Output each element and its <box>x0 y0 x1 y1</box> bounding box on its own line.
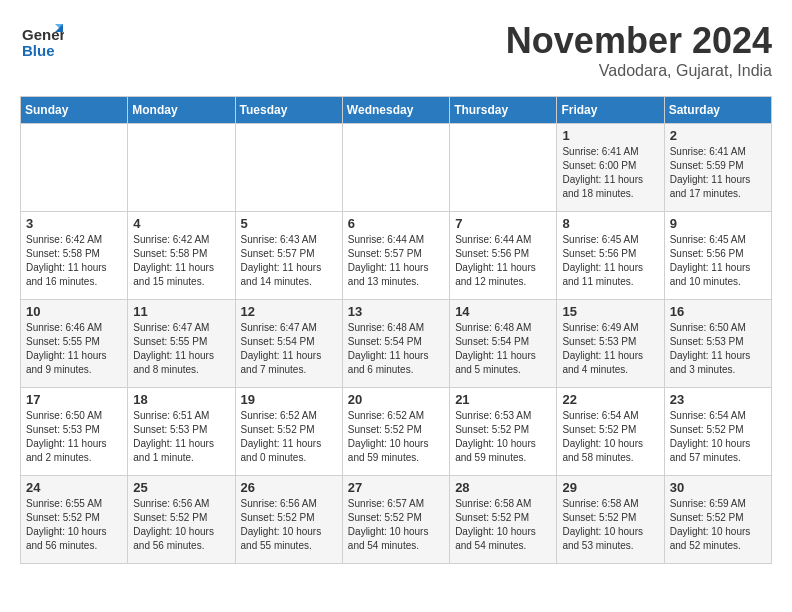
logo: General Blue <box>20 20 64 64</box>
weekday-header-monday: Monday <box>128 97 235 124</box>
day-number: 27 <box>348 480 444 495</box>
calendar-cell: 10Sunrise: 6:46 AM Sunset: 5:55 PM Dayli… <box>21 300 128 388</box>
day-info: Sunrise: 6:52 AM Sunset: 5:52 PM Dayligh… <box>241 409 337 465</box>
weekday-header-friday: Friday <box>557 97 664 124</box>
day-info: Sunrise: 6:41 AM Sunset: 5:59 PM Dayligh… <box>670 145 766 201</box>
calendar-cell <box>450 124 557 212</box>
day-number: 24 <box>26 480 122 495</box>
calendar-header-row: SundayMondayTuesdayWednesdayThursdayFrid… <box>21 97 772 124</box>
day-number: 21 <box>455 392 551 407</box>
calendar-cell: 24Sunrise: 6:55 AM Sunset: 5:52 PM Dayli… <box>21 476 128 564</box>
title-block: November 2024 Vadodara, Gujarat, India <box>506 20 772 80</box>
day-info: Sunrise: 6:48 AM Sunset: 5:54 PM Dayligh… <box>455 321 551 377</box>
day-info: Sunrise: 6:42 AM Sunset: 5:58 PM Dayligh… <box>133 233 229 289</box>
day-number: 17 <box>26 392 122 407</box>
day-info: Sunrise: 6:56 AM Sunset: 5:52 PM Dayligh… <box>133 497 229 553</box>
logo-general-text: General <box>22 26 64 43</box>
day-number: 28 <box>455 480 551 495</box>
calendar-cell: 23Sunrise: 6:54 AM Sunset: 5:52 PM Dayli… <box>664 388 771 476</box>
day-number: 3 <box>26 216 122 231</box>
calendar-cell: 20Sunrise: 6:52 AM Sunset: 5:52 PM Dayli… <box>342 388 449 476</box>
calendar-cell: 26Sunrise: 6:56 AM Sunset: 5:52 PM Dayli… <box>235 476 342 564</box>
day-number: 18 <box>133 392 229 407</box>
day-info: Sunrise: 6:42 AM Sunset: 5:58 PM Dayligh… <box>26 233 122 289</box>
day-number: 15 <box>562 304 658 319</box>
calendar-cell: 21Sunrise: 6:53 AM Sunset: 5:52 PM Dayli… <box>450 388 557 476</box>
day-info: Sunrise: 6:45 AM Sunset: 5:56 PM Dayligh… <box>670 233 766 289</box>
day-info: Sunrise: 6:50 AM Sunset: 5:53 PM Dayligh… <box>26 409 122 465</box>
calendar-cell <box>21 124 128 212</box>
day-info: Sunrise: 6:41 AM Sunset: 6:00 PM Dayligh… <box>562 145 658 201</box>
calendar-cell: 27Sunrise: 6:57 AM Sunset: 5:52 PM Dayli… <box>342 476 449 564</box>
day-number: 30 <box>670 480 766 495</box>
weekday-header-sunday: Sunday <box>21 97 128 124</box>
day-info: Sunrise: 6:45 AM Sunset: 5:56 PM Dayligh… <box>562 233 658 289</box>
calendar-cell <box>235 124 342 212</box>
weekday-header-saturday: Saturday <box>664 97 771 124</box>
logo-svg: General Blue <box>20 20 64 64</box>
day-info: Sunrise: 6:58 AM Sunset: 5:52 PM Dayligh… <box>455 497 551 553</box>
day-number: 16 <box>670 304 766 319</box>
calendar-cell: 13Sunrise: 6:48 AM Sunset: 5:54 PM Dayli… <box>342 300 449 388</box>
day-info: Sunrise: 6:44 AM Sunset: 5:56 PM Dayligh… <box>455 233 551 289</box>
day-info: Sunrise: 6:50 AM Sunset: 5:53 PM Dayligh… <box>670 321 766 377</box>
weekday-header-wednesday: Wednesday <box>342 97 449 124</box>
day-number: 6 <box>348 216 444 231</box>
calendar-cell: 29Sunrise: 6:58 AM Sunset: 5:52 PM Dayli… <box>557 476 664 564</box>
logo-blue-text: Blue <box>22 42 55 59</box>
calendar-cell: 5Sunrise: 6:43 AM Sunset: 5:57 PM Daylig… <box>235 212 342 300</box>
day-info: Sunrise: 6:53 AM Sunset: 5:52 PM Dayligh… <box>455 409 551 465</box>
day-number: 4 <box>133 216 229 231</box>
calendar-week-row: 1Sunrise: 6:41 AM Sunset: 6:00 PM Daylig… <box>21 124 772 212</box>
day-number: 5 <box>241 216 337 231</box>
day-number: 1 <box>562 128 658 143</box>
day-info: Sunrise: 6:52 AM Sunset: 5:52 PM Dayligh… <box>348 409 444 465</box>
month-title: November 2024 <box>506 20 772 62</box>
calendar-cell: 22Sunrise: 6:54 AM Sunset: 5:52 PM Dayli… <box>557 388 664 476</box>
calendar-cell: 25Sunrise: 6:56 AM Sunset: 5:52 PM Dayli… <box>128 476 235 564</box>
day-number: 26 <box>241 480 337 495</box>
day-number: 23 <box>670 392 766 407</box>
day-info: Sunrise: 6:46 AM Sunset: 5:55 PM Dayligh… <box>26 321 122 377</box>
day-number: 29 <box>562 480 658 495</box>
calendar-cell: 30Sunrise: 6:59 AM Sunset: 5:52 PM Dayli… <box>664 476 771 564</box>
calendar-cell: 15Sunrise: 6:49 AM Sunset: 5:53 PM Dayli… <box>557 300 664 388</box>
calendar-cell: 11Sunrise: 6:47 AM Sunset: 5:55 PM Dayli… <box>128 300 235 388</box>
day-number: 22 <box>562 392 658 407</box>
calendar-week-row: 3Sunrise: 6:42 AM Sunset: 5:58 PM Daylig… <box>21 212 772 300</box>
calendar-cell: 16Sunrise: 6:50 AM Sunset: 5:53 PM Dayli… <box>664 300 771 388</box>
day-info: Sunrise: 6:48 AM Sunset: 5:54 PM Dayligh… <box>348 321 444 377</box>
calendar-cell: 8Sunrise: 6:45 AM Sunset: 5:56 PM Daylig… <box>557 212 664 300</box>
calendar-cell: 4Sunrise: 6:42 AM Sunset: 5:58 PM Daylig… <box>128 212 235 300</box>
calendar-cell: 17Sunrise: 6:50 AM Sunset: 5:53 PM Dayli… <box>21 388 128 476</box>
calendar-cell <box>342 124 449 212</box>
day-info: Sunrise: 6:57 AM Sunset: 5:52 PM Dayligh… <box>348 497 444 553</box>
day-info: Sunrise: 6:43 AM Sunset: 5:57 PM Dayligh… <box>241 233 337 289</box>
day-info: Sunrise: 6:58 AM Sunset: 5:52 PM Dayligh… <box>562 497 658 553</box>
calendar-cell: 9Sunrise: 6:45 AM Sunset: 5:56 PM Daylig… <box>664 212 771 300</box>
calendar-week-row: 24Sunrise: 6:55 AM Sunset: 5:52 PM Dayli… <box>21 476 772 564</box>
calendar-cell: 2Sunrise: 6:41 AM Sunset: 5:59 PM Daylig… <box>664 124 771 212</box>
day-info: Sunrise: 6:51 AM Sunset: 5:53 PM Dayligh… <box>133 409 229 465</box>
day-number: 2 <box>670 128 766 143</box>
day-number: 9 <box>670 216 766 231</box>
day-number: 25 <box>133 480 229 495</box>
day-info: Sunrise: 6:56 AM Sunset: 5:52 PM Dayligh… <box>241 497 337 553</box>
weekday-header-tuesday: Tuesday <box>235 97 342 124</box>
calendar-table: SundayMondayTuesdayWednesdayThursdayFrid… <box>20 96 772 564</box>
page-header: General Blue November 2024 Vadodara, Guj… <box>20 20 772 80</box>
day-number: 14 <box>455 304 551 319</box>
calendar-cell: 1Sunrise: 6:41 AM Sunset: 6:00 PM Daylig… <box>557 124 664 212</box>
day-number: 19 <box>241 392 337 407</box>
day-number: 12 <box>241 304 337 319</box>
day-info: Sunrise: 6:59 AM Sunset: 5:52 PM Dayligh… <box>670 497 766 553</box>
calendar-week-row: 17Sunrise: 6:50 AM Sunset: 5:53 PM Dayli… <box>21 388 772 476</box>
day-info: Sunrise: 6:44 AM Sunset: 5:57 PM Dayligh… <box>348 233 444 289</box>
calendar-cell: 12Sunrise: 6:47 AM Sunset: 5:54 PM Dayli… <box>235 300 342 388</box>
calendar-cell: 28Sunrise: 6:58 AM Sunset: 5:52 PM Dayli… <box>450 476 557 564</box>
day-number: 10 <box>26 304 122 319</box>
day-info: Sunrise: 6:55 AM Sunset: 5:52 PM Dayligh… <box>26 497 122 553</box>
calendar-cell: 19Sunrise: 6:52 AM Sunset: 5:52 PM Dayli… <box>235 388 342 476</box>
calendar-cell <box>128 124 235 212</box>
location: Vadodara, Gujarat, India <box>506 62 772 80</box>
